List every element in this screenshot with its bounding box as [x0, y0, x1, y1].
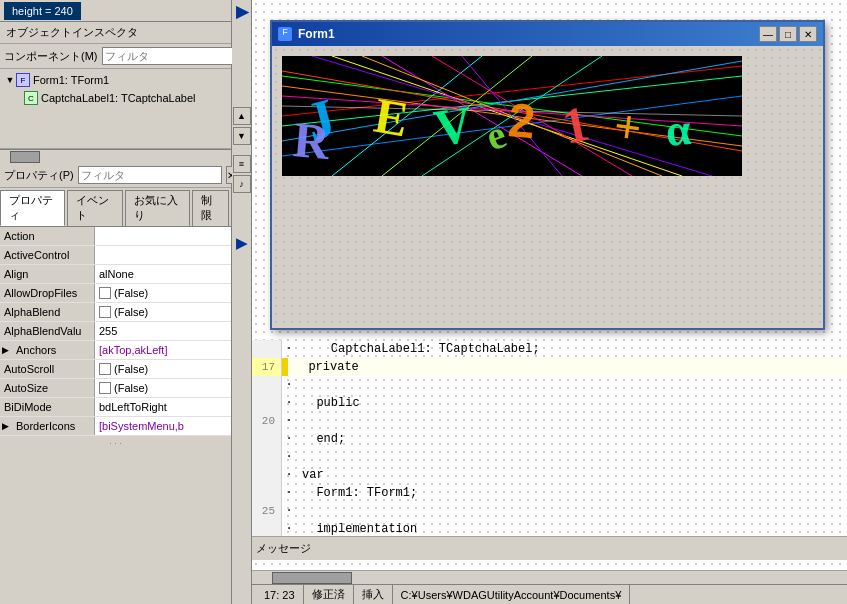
form1-maximize-btn[interactable]: □ [779, 26, 797, 42]
tree-item-form1[interactable]: ▼ F Form1: TForm1 [0, 71, 231, 89]
line-dot-22: · [282, 448, 296, 466]
line-dot-1: · [282, 340, 296, 358]
code-line-1: · CaptchaLabel1: TCaptchaLabel; [252, 340, 847, 358]
line-content-17: private [288, 358, 359, 376]
message-bar: メッセージ [252, 536, 847, 560]
form1-title-text: Form1 [298, 27, 335, 41]
prop-value-alphablend[interactable]: (False) [95, 303, 231, 321]
checkbox-autoscroll[interactable] [99, 363, 111, 375]
tool-btn-2[interactable]: ▼ [233, 127, 251, 145]
prop-value-alphablendvalu[interactable]: 255 [95, 322, 231, 340]
prop-value-autosize[interactable]: (False) [95, 379, 231, 397]
tool-btn-1[interactable]: ▲ [233, 107, 251, 125]
form1-controls: — □ ✕ [759, 26, 817, 42]
line-num-21 [252, 430, 282, 448]
prop-value-align[interactable]: alNone [95, 265, 231, 283]
prop-value-activecontrol[interactable] [95, 246, 231, 264]
line-num-22 [252, 448, 282, 466]
line-dot-20: · [282, 412, 296, 430]
line-content-1: CaptchaLabel1: TCaptchaLabel; [296, 340, 540, 358]
tab-restrictions[interactable]: 制限 [192, 190, 229, 226]
line-content-23: var [296, 466, 324, 484]
left-panel: height = 240 オブジェクトインスペクタ コンポーネント(M) ✕ ▼… [0, 0, 232, 604]
bottom-dots: · · · [0, 436, 231, 450]
prop-value-action[interactable] [95, 227, 231, 245]
code-line-24: · Form1: TForm1; [252, 484, 847, 502]
prop-name-autoscroll: AutoScroll [0, 360, 95, 378]
line-num-25: 25 [252, 502, 282, 520]
code-line-17: 17 private [252, 358, 847, 376]
captcha-svg: J E V 2 1 + α R e [282, 56, 742, 176]
line-content-18 [296, 376, 302, 394]
height-indicator: height = 240 [4, 2, 81, 20]
nav-arrow-right[interactable]: ▶ [236, 2, 248, 21]
component-filter-input[interactable] [102, 47, 246, 65]
line-content-22 [296, 448, 302, 466]
prop-filter-input[interactable] [78, 166, 222, 184]
status-position: 17: 23 [256, 585, 304, 604]
prop-bidimode: BiDiMode bdLeftToRight [0, 398, 231, 417]
side-toolbar: ▶ ▲ ▼ ≡ ♪ ▶ [232, 0, 252, 604]
svg-text:α: α [664, 104, 693, 156]
tab-properties[interactable]: プロパティ [0, 190, 65, 226]
form-icon: F [16, 73, 30, 87]
property-tabs: プロパティ イベント お気に入り 制限 [0, 188, 231, 227]
component-icon: C [24, 91, 38, 105]
anchors-expand-arrow[interactable]: ▶ [2, 345, 9, 355]
h-scroll-thumb[interactable] [272, 572, 352, 584]
prop-value-autoscroll[interactable]: (False) [95, 360, 231, 378]
prop-activecontrol: ActiveControl [0, 246, 231, 265]
form1-minimize-btn[interactable]: — [759, 26, 777, 42]
line-num-20: 20 [252, 412, 282, 430]
prop-value-bidimode[interactable]: bdLeftToRight [95, 398, 231, 416]
prop-name-anchors: ▶ Anchors [0, 341, 95, 359]
line-dot-25: · [282, 502, 296, 520]
tree-arrow: ▼ [4, 74, 16, 86]
object-inspector-title: オブジェクトインスペクタ [0, 22, 231, 44]
prop-name-alphablend: AlphaBlend [0, 303, 95, 321]
main-area: F Form1 — □ ✕ [252, 0, 847, 604]
prop-allowdropfiles: AllowDropFiles (False) [0, 284, 231, 303]
checkbox-alphablend[interactable] [99, 306, 111, 318]
prop-anchors: ▶ Anchors [akTop,akLeft] [0, 341, 231, 360]
line-content-21: end; [296, 430, 345, 448]
checkbox-autosize[interactable] [99, 382, 111, 394]
code-line-23: · var [252, 466, 847, 484]
svg-text:V: V [431, 95, 476, 157]
component-bar: コンポーネント(M) ✕ [0, 44, 231, 69]
properties-container: Action ActiveControl Align alNone AllowD… [0, 227, 231, 436]
tab-events[interactable]: イベント [67, 190, 123, 226]
svg-text:2: 2 [506, 93, 537, 148]
code-line-22: · [252, 448, 847, 466]
prop-name-align: Align [0, 265, 95, 283]
line-num-24 [252, 484, 282, 502]
tab-favorites[interactable]: お気に入り [125, 190, 190, 226]
prop-name-bidimode: BiDiMode [0, 398, 95, 416]
prop-value-allowdropfiles[interactable]: (False) [95, 284, 231, 302]
form1-titlebar: F Form1 — □ ✕ [272, 22, 823, 46]
code-line-18: · [252, 376, 847, 394]
tool-btn-4[interactable]: ♪ [233, 175, 251, 193]
line-num-18 [252, 376, 282, 394]
status-mode: 挿入 [354, 585, 393, 604]
nav-arrow-left[interactable]: ▶ [236, 235, 247, 251]
prop-value-bordericons[interactable]: [biSystemMenu,b [95, 417, 231, 435]
prop-name-action: Action [0, 227, 95, 245]
prop-bordericons: ▶ BorderIcons [biSystemMenu,b [0, 417, 231, 436]
form1-close-btn[interactable]: ✕ [799, 26, 817, 42]
tool-btn-3[interactable]: ≡ [233, 155, 251, 173]
prop-value-anchors[interactable]: [akTop,akLeft] [95, 341, 231, 359]
captcha-area: J E V 2 1 + α R e [282, 56, 742, 176]
status-bar: 17: 23 修正済 挿入 C:¥Users¥WDAGUtilityAccoun… [252, 584, 847, 604]
bordericons-expand-arrow[interactable]: ▶ [2, 421, 9, 431]
tree-item-captcha[interactable]: C CaptchaLabel1: TCaptchaLabel [0, 89, 231, 107]
prop-name-bordericons: ▶ BorderIcons [0, 417, 95, 435]
line-dot-18: · [282, 376, 296, 394]
prop-alphablendvalu: AlphaBlendValu 255 [0, 322, 231, 341]
h-scrollbar[interactable] [252, 570, 847, 584]
checkbox-allowdropfiles[interactable] [99, 287, 111, 299]
tree-scrollbar-h[interactable] [0, 149, 231, 163]
code-line-21: · end; [252, 430, 847, 448]
scroll-thumb-h[interactable] [10, 151, 40, 163]
prop-alphablend: AlphaBlend (False) [0, 303, 231, 322]
